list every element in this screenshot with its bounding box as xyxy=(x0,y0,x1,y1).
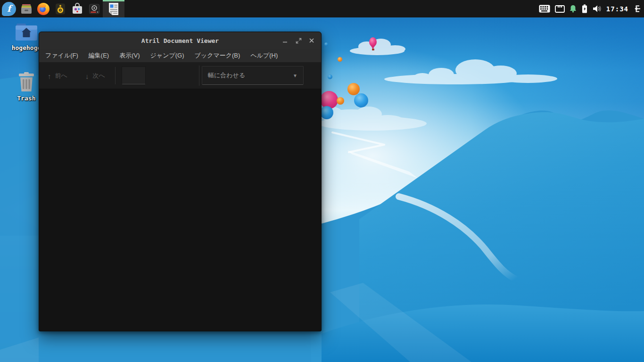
keyboard-icon[interactable] xyxy=(539,5,550,13)
desktop-icon-label: hogehoge xyxy=(12,44,41,51)
trash-icon xyxy=(17,72,36,92)
window-menubar: ファイル(F) 編集(E) 表示(V) ジャンプ(G) ブックマーク(B) ヘル… xyxy=(39,49,321,62)
menu-file[interactable]: ファイル(F) xyxy=(40,49,83,62)
minimize-button[interactable] xyxy=(279,34,292,47)
toolbar-separator xyxy=(115,67,116,84)
panel-launchers: f xyxy=(0,0,124,17)
logout-icon[interactable] xyxy=(633,5,641,13)
window-controls xyxy=(279,32,318,49)
music-player-icon xyxy=(54,3,66,15)
menu-edit[interactable]: 編集(E) xyxy=(83,49,114,62)
document-view-area xyxy=(39,89,321,331)
next-label: 次へ xyxy=(93,72,105,80)
zoom-mode-dropdown[interactable]: 幅に合わせる ▼ xyxy=(202,66,304,85)
zoom-mode-value: 幅に合わせる xyxy=(208,71,245,80)
atril-window: Atril Document Viewer xyxy=(39,32,322,331)
firefox-button[interactable] xyxy=(35,0,52,17)
network-icon[interactable] xyxy=(555,5,565,13)
menu-go[interactable]: ジャンプ(G) xyxy=(145,49,190,62)
media-player-button[interactable] xyxy=(86,0,103,17)
file-manager-icon xyxy=(20,3,33,15)
desktop-screen: f xyxy=(0,0,644,362)
menu-help[interactable]: ヘルプ(H) xyxy=(245,49,283,62)
next-page-button[interactable]: ↓ 次へ xyxy=(85,69,105,83)
panel-clock[interactable]: 17:34 xyxy=(606,5,628,13)
volume-icon[interactable] xyxy=(593,5,602,13)
music-player-button[interactable] xyxy=(52,0,69,17)
desktop-icon-label: Trash xyxy=(17,95,35,102)
menu-view[interactable]: 表示(V) xyxy=(114,49,145,62)
close-button[interactable] xyxy=(305,34,318,47)
page-number-input[interactable] xyxy=(122,66,146,84)
document-viewer-task-button[interactable] xyxy=(103,0,124,17)
panel-status-area: 17:34 xyxy=(539,0,644,17)
previous-page-button[interactable]: ↑ 前へ xyxy=(48,69,67,83)
previous-label: 前へ xyxy=(55,72,67,80)
up-arrow-icon: ↑ xyxy=(48,72,51,80)
media-player-icon xyxy=(88,3,100,15)
notifications-icon[interactable] xyxy=(570,5,577,13)
menu-bookmarks[interactable]: ブックマーク(B) xyxy=(190,49,246,62)
file-manager-button[interactable] xyxy=(18,0,35,17)
window-toolbar: ↑ 前へ ↓ 次へ 幅に合わせる ▼ xyxy=(39,62,321,89)
top-panel: f xyxy=(0,0,644,17)
window-title: Atril Document Viewer xyxy=(141,37,219,44)
maximize-button[interactable] xyxy=(292,34,305,47)
battery-charging-icon[interactable] xyxy=(581,4,588,13)
window-titlebar[interactable]: Atril Document Viewer xyxy=(39,32,321,49)
firefox-icon xyxy=(37,3,50,15)
software-center-button[interactable] xyxy=(69,0,86,17)
fedora-logo-icon: f xyxy=(2,2,16,16)
chevron-down-icon: ▼ xyxy=(293,73,297,78)
home-folder-icon xyxy=(16,24,37,41)
document-viewer-icon xyxy=(108,2,119,16)
software-center-icon xyxy=(71,3,83,15)
toolbar-separator xyxy=(199,66,199,86)
down-arrow-icon: ↓ xyxy=(85,72,89,80)
fedora-menu-button[interactable]: f xyxy=(0,0,18,17)
